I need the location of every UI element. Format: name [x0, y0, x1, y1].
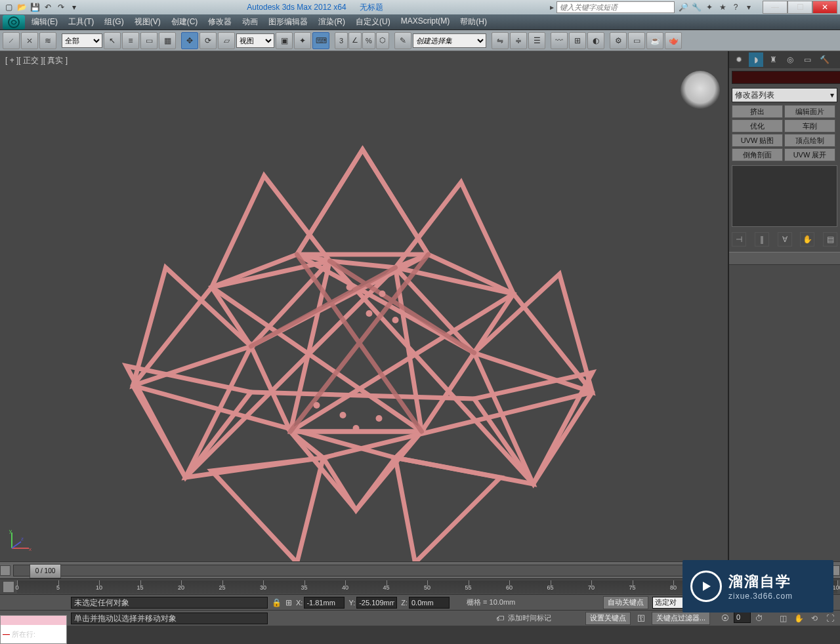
- mod-button[interactable]: 顶点绘制: [784, 134, 835, 147]
- make-unique-icon[interactable]: ∀: [778, 232, 792, 247]
- menu-工具(T)[interactable]: 工具(T): [63, 15, 99, 29]
- keyboard-shortcut-icon[interactable]: ⌨: [312, 32, 329, 49]
- create-tab-icon[interactable]: ✹: [732, 52, 746, 67]
- key-target-input[interactable]: [652, 597, 685, 609]
- rollout-header[interactable]: [729, 252, 840, 265]
- select-region-icon[interactable]: ▭: [140, 32, 158, 49]
- configure-sets-icon[interactable]: ▤: [823, 232, 837, 247]
- modifier-stack[interactable]: [732, 165, 837, 227]
- link-icon[interactable]: ⟋: [3, 32, 20, 49]
- show-end-result-icon[interactable]: ‖: [755, 232, 769, 247]
- orbit-icon[interactable]: ⟲: [807, 611, 822, 626]
- current-frame-input[interactable]: [734, 611, 751, 623]
- manipulate-icon[interactable]: ✦: [294, 32, 311, 49]
- render-icon[interactable]: ☕: [646, 32, 663, 49]
- menu-编辑(E)[interactable]: 编辑(E): [26, 15, 63, 29]
- close-button[interactable]: ✕: [812, 1, 837, 14]
- infocenter-arrow-icon[interactable]: ▸: [550, 3, 554, 12]
- help-icon[interactable]: ?: [730, 1, 742, 13]
- menu-视图(V)[interactable]: 视图(V): [129, 15, 166, 29]
- remove-modifier-icon[interactable]: ✋: [800, 232, 814, 247]
- time-slider-handle[interactable]: 0 / 100: [30, 564, 61, 578]
- rotate-icon[interactable]: ⟳: [200, 32, 217, 49]
- favorite-icon[interactable]: ★: [717, 1, 728, 13]
- viewport[interactable]: [ + ][ 正交 ][ 真实 ]: [0, 51, 728, 561]
- mod-button[interactable]: 优化: [732, 119, 783, 132]
- scale-icon[interactable]: ▱: [218, 32, 235, 49]
- key-icon[interactable]: 🔧: [690, 1, 702, 13]
- selection-filter[interactable]: 全部: [62, 33, 102, 48]
- minimize-button[interactable]: —: [763, 1, 788, 14]
- angle-snap-icon[interactable]: ∠: [348, 32, 362, 49]
- bind-icon[interactable]: ≋: [39, 32, 56, 49]
- mod-button[interactable]: 挤出: [732, 105, 783, 118]
- window-crossing-icon[interactable]: ▦: [159, 32, 176, 49]
- unlink-icon[interactable]: ⤫: [21, 32, 38, 49]
- menu-帮助(H)[interactable]: 帮助(H): [455, 15, 492, 29]
- named-selection-set[interactable]: 创建选择集: [413, 33, 486, 48]
- render-frame-icon[interactable]: ▭: [628, 32, 645, 49]
- align-icon[interactable]: ≑: [510, 32, 527, 49]
- lock-icon[interactable]: 🔒: [272, 598, 282, 607]
- modify-tab-icon[interactable]: ◗: [749, 52, 763, 67]
- select-icon[interactable]: ↖: [104, 32, 121, 49]
- hierarchy-tab-icon[interactable]: ♜: [766, 52, 780, 67]
- layers-icon[interactable]: ☰: [528, 32, 545, 49]
- snap-icon[interactable]: 3: [335, 32, 348, 49]
- undo-icon[interactable]: ↶: [42, 1, 54, 13]
- maximize-button[interactable]: ☐: [788, 1, 812, 14]
- render-setup-icon[interactable]: ⚙: [610, 32, 627, 49]
- percent-snap-icon[interactable]: %: [362, 32, 375, 49]
- application-button[interactable]: [3, 15, 25, 30]
- max-toggle-icon[interactable]: ⛶: [823, 611, 837, 626]
- menu-创建(C)[interactable]: 创建(C): [166, 15, 203, 29]
- menu-图形编辑器[interactable]: 图形编辑器: [263, 15, 313, 29]
- ref-coord-system[interactable]: 视图: [236, 33, 274, 48]
- coord-y-input[interactable]: [356, 597, 397, 609]
- exchange-icon[interactable]: ✦: [704, 1, 715, 13]
- add-time-tag[interactable]: 添加时间标记: [508, 613, 551, 623]
- menu-自定义(U)[interactable]: 自定义(U): [350, 15, 396, 29]
- coord-mode-icon[interactable]: ⊞: [285, 598, 292, 607]
- spinner-snap-icon[interactable]: ⬡: [376, 32, 389, 49]
- display-tab-icon[interactable]: ▭: [800, 52, 814, 67]
- fov-icon[interactable]: ◫: [776, 611, 790, 626]
- menu-组(G)[interactable]: 组(G): [99, 15, 129, 29]
- mod-button[interactable]: UVW 展开: [784, 148, 835, 161]
- coord-z-input[interactable]: [409, 597, 450, 609]
- curve-editor-icon[interactable]: 〰: [551, 32, 568, 49]
- new-icon[interactable]: ▢: [3, 1, 14, 13]
- menu-动画[interactable]: 动画: [237, 15, 263, 29]
- object-name-input[interactable]: [732, 71, 840, 84]
- modifier-list-dropdown[interactable]: 修改器列表 ▾: [732, 88, 837, 102]
- help-dropdown-icon[interactable]: ▾: [743, 1, 755, 13]
- material-editor-icon[interactable]: ◐: [587, 32, 604, 49]
- pan-icon[interactable]: ✋: [791, 611, 806, 626]
- mod-button[interactable]: 车削: [784, 119, 835, 132]
- qat-more-icon[interactable]: ▾: [68, 1, 80, 13]
- redo-icon[interactable]: ↷: [55, 1, 67, 13]
- named-sel-edit-icon[interactable]: ✎: [394, 32, 411, 49]
- mirror-icon[interactable]: ⇋: [492, 32, 509, 49]
- autokey-button[interactable]: 自动关键点: [603, 596, 648, 609]
- timetag-icon[interactable]: 🏷: [496, 614, 504, 623]
- timeslider-left-icon[interactable]: [0, 565, 10, 576]
- mod-button[interactable]: UVW 贴图: [732, 134, 783, 147]
- mod-button[interactable]: 编辑面片: [784, 105, 835, 118]
- open-icon[interactable]: 📂: [16, 1, 28, 13]
- time-config-icon[interactable]: ⏱: [752, 611, 766, 626]
- search-input[interactable]: [556, 1, 675, 13]
- trackbar-toggle-icon[interactable]: [3, 581, 14, 593]
- pin-stack-icon[interactable]: ⊣: [732, 232, 746, 247]
- mod-button[interactable]: 倒角剖面: [732, 148, 783, 161]
- move-icon[interactable]: ✥: [181, 32, 198, 49]
- mini-listener[interactable]: — 所在行:: [0, 615, 67, 644]
- menu-修改器[interactable]: 修改器: [203, 15, 237, 29]
- schematic-view-icon[interactable]: ⊞: [569, 32, 586, 49]
- setkey-button[interactable]: 设置关键点: [585, 612, 631, 625]
- key-filters-button[interactable]: 关键点过滤器...: [652, 612, 710, 625]
- binoculars-icon[interactable]: 🔎: [677, 1, 689, 13]
- select-by-name-icon[interactable]: ≡: [122, 32, 139, 49]
- render-prod-icon[interactable]: 🫖: [665, 32, 682, 49]
- menu-渲染(R)[interactable]: 渲染(R): [313, 15, 350, 29]
